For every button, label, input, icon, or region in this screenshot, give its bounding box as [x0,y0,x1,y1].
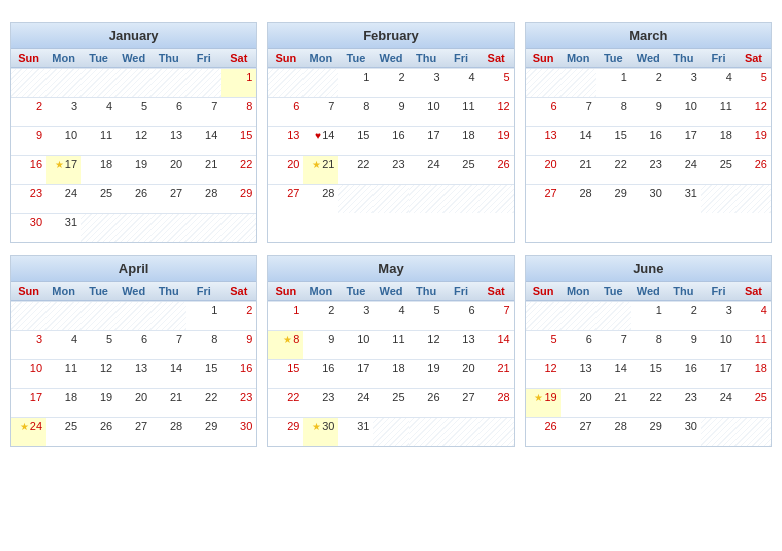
month-header: June [526,256,771,282]
day-cell: 7 [479,302,514,330]
calendars-grid: JanuarySunMonTueWedThuFriSat123456789101… [10,22,772,447]
day-cell: 16 [11,156,46,184]
day-cell [561,69,596,97]
day-cell: 1 [631,302,666,330]
day-cell: 9 [631,98,666,126]
month-calendar-february: FebruarySunMonTueWedThuFriSat12345678910… [267,22,514,243]
day-cell [116,69,151,97]
day-cell: 24 [338,389,373,417]
day-header-fri: Fri [186,49,221,67]
day-cell: 23 [303,389,338,417]
week-row: 6789101112 [526,97,771,126]
day-cell [561,302,596,330]
day-cell: 15 [596,127,631,155]
day-cell: 22 [631,389,666,417]
week-row: 12 [11,301,256,330]
day-cell: 28 [479,389,514,417]
day-cell: 4 [701,69,736,97]
day-cell [46,302,81,330]
day-cell: 22 [338,156,373,184]
day-header-fri: Fri [186,282,221,300]
day-header-sat: Sat [221,282,256,300]
day-cell: 25 [81,185,116,213]
day-header-sun: Sun [268,49,303,67]
day-header-mon: Mon [303,282,338,300]
day-cell: 26 [479,156,514,184]
day-cell: 12 [736,98,771,126]
day-cell: 26 [409,389,444,417]
day-cell: 30 [303,418,338,446]
day-cell: 2 [666,302,701,330]
day-cell: 12 [81,360,116,388]
day-cell: 19 [81,389,116,417]
day-header-fri: Fri [701,49,736,67]
day-cell: 12 [409,331,444,359]
day-cell: 14 [596,360,631,388]
day-cell: 17 [46,156,81,184]
day-header-wed: Wed [373,282,408,300]
day-cell: 15 [338,127,373,155]
day-header-sat: Sat [736,282,771,300]
day-cell: 19 [409,360,444,388]
day-header-wed: Wed [631,49,666,67]
day-cell: 4 [46,331,81,359]
day-header-mon: Mon [46,49,81,67]
day-header-mon: Mon [561,282,596,300]
day-cell: 14 [561,127,596,155]
day-cell: 10 [46,127,81,155]
day-cell: 11 [444,98,479,126]
day-header-sat: Sat [221,49,256,67]
month-header: January [11,23,256,49]
day-header-thu: Thu [151,49,186,67]
day-cell: 7 [186,98,221,126]
week-row: 15161718192021 [268,359,513,388]
week-row: 12345 [526,68,771,97]
day-cell [151,302,186,330]
day-cell: 16 [303,360,338,388]
day-header-sun: Sun [268,282,303,300]
day-cell: 8 [221,98,256,126]
week-row: 19202122232425 [526,388,771,417]
day-cell [409,418,444,446]
day-cell: 13 [116,360,151,388]
day-header-tue: Tue [81,49,116,67]
month-calendar-january: JanuarySunMonTueWedThuFriSat123456789101… [10,22,257,243]
week-row: 293031 [268,417,513,446]
day-cell: 20 [116,389,151,417]
day-cell: 10 [666,98,701,126]
day-cell: 26 [736,156,771,184]
week-row: 1 [11,68,256,97]
day-cell: 29 [596,185,631,213]
day-header-sat: Sat [479,49,514,67]
day-header-sun: Sun [526,282,561,300]
day-cell: 6 [444,302,479,330]
day-cell: 10 [409,98,444,126]
day-cell: 25 [444,156,479,184]
day-cell [116,302,151,330]
day-cell: 17 [666,127,701,155]
week-row: 13141516171819 [526,126,771,155]
day-cell: 7 [151,331,186,359]
day-cell [373,185,408,213]
day-header-sun: Sun [526,49,561,67]
day-cell: 11 [736,331,771,359]
day-header-sun: Sun [11,49,46,67]
day-cell: 24 [46,185,81,213]
day-cell: 15 [268,360,303,388]
day-cell [151,69,186,97]
day-cell: 27 [526,185,561,213]
day-cell [186,69,221,97]
day-cell: 10 [338,331,373,359]
day-cell: 17 [338,360,373,388]
day-cell [11,69,46,97]
day-cell: 5 [479,69,514,97]
day-cell: 21 [479,360,514,388]
day-cell: 5 [116,98,151,126]
day-header-wed: Wed [631,282,666,300]
day-header-mon: Mon [46,282,81,300]
day-header-fri: Fri [701,282,736,300]
day-cell: 23 [373,156,408,184]
day-cell: 12 [526,360,561,388]
day-cell: 8 [268,331,303,359]
day-cell: 19 [116,156,151,184]
